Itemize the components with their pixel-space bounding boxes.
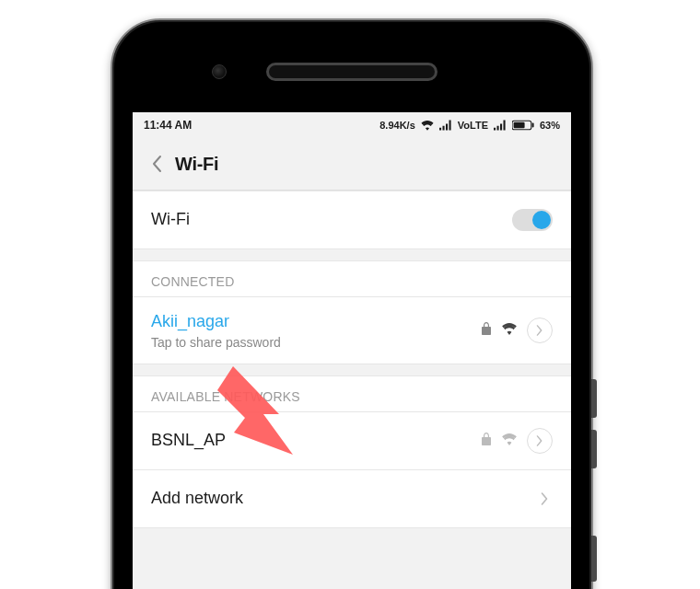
svg-rect-1 [514,122,525,128]
phone-side-button [591,430,597,468]
lock-icon [481,433,492,449]
section-divider [133,248,571,260]
add-network-label: Add network [151,488,536,509]
wifi-signal-icon [501,433,518,449]
back-button[interactable] [140,147,173,180]
phone-speaker [266,63,438,81]
wifi-toggle-row[interactable]: Wi-Fi [133,191,571,248]
signal-icon [494,120,507,131]
status-bar: 11:44 AM 8.94K/s VoLTE [133,112,571,138]
wifi-toggle-switch[interactable] [512,209,553,231]
phone-front-camera [212,64,227,79]
connected-network-row[interactable]: Akii_nagar Tap to share password [133,296,571,364]
signal-icon [439,120,452,131]
available-section-header: AVAILABLE NETWORKS [133,375,571,411]
available-network-name: BSNL_AP [151,430,481,451]
details-button[interactable] [527,318,553,343]
connected-section-header: CONNECTED [133,260,571,296]
connected-network-subtitle: Tap to share password [151,335,481,350]
phone-frame: 11:44 AM 8.94K/s VoLTE [111,18,593,589]
chevron-left-icon [150,155,163,173]
connected-network-name: Akii_nagar [151,311,481,332]
status-battery-pct: 63% [540,120,560,131]
wifi-icon [421,120,434,131]
wifi-toggle-label: Wi-Fi [151,209,512,230]
header: Wi-Fi [133,138,571,191]
battery-icon [512,120,534,131]
status-time: 11:44 AM [144,119,192,132]
lock-icon [481,322,492,339]
toggle-knob [532,211,551,229]
details-button[interactable] [527,428,553,454]
status-throughput: 8.94K/s [379,120,415,131]
phone-side-button [591,536,597,582]
wifi-signal-icon [501,322,518,339]
status-volte: VoLTE [458,120,488,131]
chevron-right-icon [536,492,553,505]
screen: 11:44 AM 8.94K/s VoLTE [133,112,571,589]
add-network-row[interactable]: Add network [133,469,571,528]
svg-rect-2 [532,123,534,128]
chevron-right-icon [536,435,543,446]
section-divider [133,364,571,375]
available-network-row[interactable]: BSNL_AP [133,411,571,469]
page-title: Wi-Fi [175,154,218,175]
chevron-right-icon [536,325,543,336]
phone-side-button [591,379,597,418]
